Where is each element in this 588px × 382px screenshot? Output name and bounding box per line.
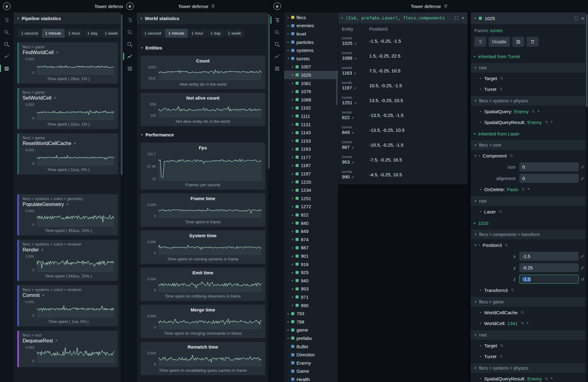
edit-icon[interactable] — [579, 165, 586, 169]
search-icon[interactable] — [500, 344, 504, 348]
chevron-right-icon[interactable]: ▸ — [290, 164, 295, 167]
tree-item-1197[interactable]: ▸1197 — [284, 170, 338, 178]
external-link-icon[interactable]: ↗ — [353, 71, 356, 75]
tree-item-1272[interactable]: ▸1272 — [284, 203, 338, 211]
tab-1-hour[interactable]: 1 hour — [65, 28, 84, 38]
tree-item-1061[interactable]: ▸1061 — [284, 79, 338, 88]
chevron-right-icon[interactable]: ▸ — [290, 279, 295, 282]
tree-item-940[interactable]: ▸940 — [284, 277, 338, 285]
component-row[interactable]: ▾•Position3 — [471, 240, 588, 251]
component-value[interactable]: Panic — [507, 187, 519, 192]
tree-item-990[interactable]: ▸990 — [284, 301, 338, 310]
chevron-right-icon[interactable]: ▸ — [290, 148, 295, 151]
close-icon[interactable]: × — [581, 16, 584, 21]
rail-world-stats-button[interactable] — [272, 51, 283, 62]
tree-item-1025[interactable]: ▸1025 — [284, 71, 338, 79]
component-group-flecs-systems-physics[interactable]: ▾flecs > systems > physics — [471, 96, 588, 106]
chevron-down-icon[interactable]: ▾ — [286, 57, 291, 60]
component-group-flecs-components-transform[interactable]: ▾flecs > components > transform — [471, 229, 588, 240]
save-button[interactable] — [512, 37, 524, 47]
section-header-performance[interactable]: ▾Performance — [141, 130, 266, 139]
rail-pipeline-stats-button[interactable] — [1, 63, 12, 74]
tree-item-1089[interactable]: ▸1089 — [284, 96, 338, 104]
tree-item-916[interactable]: ▸916 — [284, 260, 338, 268]
chevron-right-icon[interactable]: ▸ — [290, 131, 295, 134]
field-input-z[interactable]: -1.5 — [519, 275, 579, 284]
chevron-right-icon[interactable]: ▸ — [290, 295, 295, 298]
tree-item-Direction[interactable]: Direction — [284, 350, 338, 359]
field-input-x[interactable]: -1.5 — [519, 252, 579, 261]
delete-world-icon[interactable] — [443, 4, 448, 8]
search-icon[interactable] — [499, 210, 503, 214]
search-icon[interactable] — [521, 321, 525, 325]
tree-item-798[interactable]: ▸798 — [284, 318, 338, 326]
tree-item-849[interactable]: ▸849 — [284, 227, 338, 235]
chevron-right-icon[interactable]: ▸ — [286, 24, 291, 27]
external-link-icon[interactable]: ↗ — [354, 57, 357, 60]
tab-1-minute[interactable]: 1 minute — [165, 28, 188, 38]
search-icon[interactable] — [499, 354, 503, 358]
field-input-size[interactable]: 0 — [519, 162, 579, 171]
component-group-flecs-systems-physics[interactable]: ▾flecs > systems > physics — [471, 363, 588, 373]
tab-1-day[interactable]: 1 day — [84, 28, 101, 38]
chevron-right-icon[interactable]: ▸ — [290, 90, 295, 93]
chevron-right-icon[interactable]: ▸ — [290, 255, 295, 258]
component-row[interactable]: •Turret — [471, 84, 588, 95]
component-row[interactable]: •Transform3 — [471, 285, 588, 296]
rail-query-button[interactable] — [124, 27, 136, 37]
chevron-down-icon[interactable]: ▾ — [475, 244, 476, 247]
chevron-right-icon[interactable]: ▸ — [290, 180, 295, 183]
tree-item-Enemy[interactable]: Enemy — [284, 359, 338, 367]
tree-item-prefabs[interactable]: ▸prefabs — [284, 334, 338, 342]
chevron-right-icon[interactable]: ▸ — [286, 32, 291, 35]
tree-item-game[interactable]: ▸game — [284, 326, 338, 334]
external-link-icon[interactable]: ↗ — [351, 161, 354, 164]
scrollbar-thumb[interactable] — [268, 14, 270, 169]
tree-item-901[interactable]: ▸901 — [284, 252, 338, 260]
tree-item-enemies[interactable]: ▸enemies — [284, 22, 338, 30]
inspector-scrollbar[interactable] — [586, 12, 588, 382]
tab-1-week[interactable]: 1 week — [101, 28, 122, 38]
query-result-row[interactable]: turrets1163↗7.5, -0.25, 10.5 — [338, 63, 468, 78]
search-icon[interactable] — [531, 109, 535, 114]
search-icon[interactable] — [499, 87, 503, 91]
tab-1-second[interactable]: 1 second — [17, 28, 41, 38]
tab-1-day[interactable]: 1 day — [207, 28, 224, 38]
flecs-logo-icon[interactable]: e — [126, 2, 134, 10]
wildcard-icon[interactable]: * — [527, 321, 529, 326]
tab-1-second[interactable]: 1 second — [141, 28, 165, 38]
inspector-section-inherited-from-Turret[interactable]: ▾inherited from Turret — [471, 50, 588, 62]
rail-entities-button[interactable] — [1, 15, 12, 25]
external-link-icon[interactable]: ↗ — [351, 175, 354, 179]
chevron-right-icon[interactable]: ▸ — [290, 263, 295, 266]
chevron-right-icon[interactable]: ▸ — [286, 328, 291, 332]
chevron-right-icon[interactable]: ▸ — [290, 271, 295, 274]
chevron-right-icon[interactable]: ▸ — [290, 106, 295, 109]
rail-entities-button[interactable] — [272, 15, 283, 25]
parent-link[interactable]: turrets — [490, 28, 503, 33]
tree-item-1163[interactable]: ▸1163 — [284, 145, 338, 153]
chevron-right-icon[interactable]: ▸ — [286, 41, 291, 44]
chevron-right-icon[interactable]: ▸ — [290, 304, 295, 307]
component-row[interactable]: •Target — [471, 73, 588, 84]
tree-item-1143[interactable]: ▸1143 — [284, 128, 338, 137]
tree-item-971[interactable]: ▸971 — [284, 293, 338, 301]
tree-scrollbar[interactable] — [336, 12, 338, 382]
search-icon[interactable] — [511, 288, 515, 292]
wildcard-icon[interactable]: * — [551, 120, 553, 125]
component-group-root[interactable]: ▾root — [471, 196, 588, 206]
rail-world-stats-button[interactable] — [1, 51, 12, 62]
component-row[interactable]: •Target — [471, 340, 588, 351]
search-icon[interactable] — [545, 120, 549, 124]
query-result-row[interactable]: turrets1251↗13.5, -0.25, 10.5 — [338, 93, 468, 108]
query-result-row[interactable]: turrets953↗-7.5, -0.25, 16.5 — [338, 152, 468, 167]
search-icon[interactable] — [500, 76, 504, 80]
search-icon[interactable] — [504, 243, 508, 247]
chevron-right-icon[interactable]: ▸ — [290, 230, 295, 233]
external-link-icon[interactable]: ↗ — [353, 86, 356, 90]
chevron-right-icon[interactable]: ▸ — [286, 49, 291, 52]
chevron-right-icon[interactable]: ▸ — [290, 82, 295, 85]
external-link-icon[interactable]: ↗ — [66, 203, 68, 207]
search-icon[interactable] — [509, 154, 513, 158]
tree-item-turrets[interactable]: ▾turrets — [284, 54, 338, 63]
